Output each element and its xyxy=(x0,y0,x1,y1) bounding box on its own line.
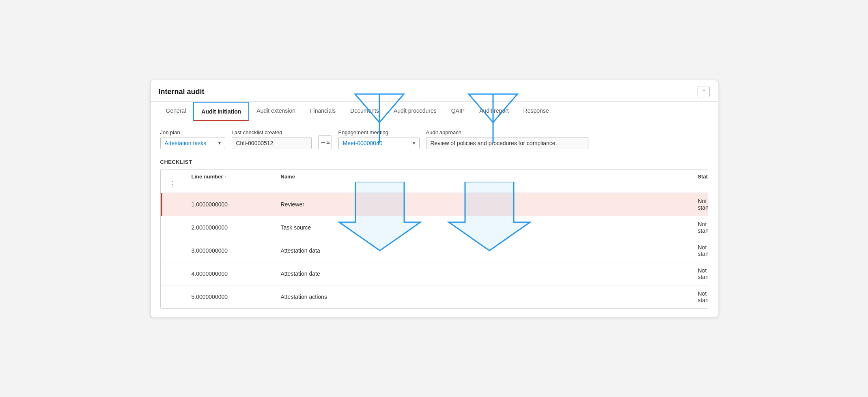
job-plan-select[interactable]: Attestation tasks ▾ xyxy=(160,137,225,149)
cell-line-number: 2.0000000000 xyxy=(185,224,274,231)
job-plan-group: Job plan Attestation tasks ▾ xyxy=(160,129,225,149)
cell-status: Not started xyxy=(691,244,708,257)
cell-status: Not started xyxy=(691,198,708,211)
sort-icon: ↑ xyxy=(225,174,227,179)
table-row[interactable]: 4.0000000000 Attestation date Not starte… xyxy=(161,262,708,285)
link-button-group: →≡ xyxy=(318,135,332,149)
form-row: Job plan Attestation tasks ▾ Last checkl… xyxy=(160,129,708,149)
checklist-header-row: Line number ↑ Name Status ⋮ xyxy=(161,170,708,193)
tab-content: Job plan Attestation tasks ▾ Last checkl… xyxy=(151,121,718,317)
audit-approach-label: Audit approach xyxy=(426,129,588,135)
cell-name: Attestation date xyxy=(274,270,691,277)
cell-status: Not started xyxy=(691,290,708,303)
tab-audit-extension[interactable]: Audit extension xyxy=(249,102,303,121)
more-options-button[interactable]: ⋮ xyxy=(161,180,185,189)
tab-audit-report[interactable]: Audit report xyxy=(472,102,516,121)
engagement-meeting-value: Meet-00000040 xyxy=(343,140,409,146)
table-row[interactable]: 2.0000000000 Task source Not started xyxy=(161,216,708,239)
table-row[interactable]: 1.0000000000 Reviewer Not started xyxy=(161,193,708,216)
window-title: Internal audit xyxy=(159,88,205,96)
cell-name: Task source xyxy=(274,224,691,231)
tab-response[interactable]: Response xyxy=(516,102,556,121)
cell-status: Not started xyxy=(691,221,708,234)
engagement-meeting-group: Engagement meeting Meet-00000040 ▾ xyxy=(338,129,420,149)
tab-audit-procedures[interactable]: Audit procedures xyxy=(386,102,444,121)
cell-status: Not started xyxy=(691,267,708,280)
cell-line-number: 3.0000000000 xyxy=(185,247,274,254)
cell-line-number: 5.0000000000 xyxy=(185,294,274,300)
table-row[interactable]: 5.0000000000 Attestation actions Not sta… xyxy=(161,285,708,308)
chevron-down-icon: ▾ xyxy=(218,140,221,146)
tab-financials[interactable]: Financials xyxy=(303,102,343,121)
checklist-section-title: CHECKLIST xyxy=(160,159,708,165)
last-checklist-group: Last checklist created xyxy=(232,129,312,149)
cell-line-number: 4.0000000000 xyxy=(185,270,274,277)
tab-audit-initiation[interactable]: Audit initiation xyxy=(193,102,249,121)
tab-qaip[interactable]: QAIP xyxy=(444,102,472,121)
cell-name: Reviewer xyxy=(274,201,691,208)
col-header-empty xyxy=(161,174,185,180)
tab-general[interactable]: General xyxy=(159,102,194,121)
engagement-meeting-select[interactable]: Meet-00000040 ▾ xyxy=(338,137,420,149)
job-plan-label: Job plan xyxy=(160,129,225,135)
row-indicator xyxy=(161,193,162,216)
last-checklist-label: Last checklist created xyxy=(232,129,312,135)
last-checklist-input[interactable] xyxy=(232,137,312,149)
cell-name: Attestation data xyxy=(274,247,691,254)
job-plan-value: Attestation tasks xyxy=(165,140,215,146)
table-row[interactable]: 3.0000000000 Attestation data Not starte… xyxy=(161,239,708,262)
cell-name: Attestation actions xyxy=(274,294,691,300)
engagement-meeting-label: Engagement meeting xyxy=(338,129,420,135)
audit-approach-group: Audit approach xyxy=(426,129,588,149)
col-header-line-number[interactable]: Line number ↑ xyxy=(185,174,274,180)
window-header: Internal audit ⌃ xyxy=(151,80,718,102)
main-window: Internal audit ⌃ General Audit initiatio… xyxy=(150,80,718,317)
checklist-section: CHECKLIST Line number ↑ Name xyxy=(160,159,708,309)
engagement-chevron-icon: ▾ xyxy=(413,140,415,146)
col-header-name: Name xyxy=(274,174,691,180)
tab-bar: General Audit initiation Audit extension… xyxy=(151,102,718,121)
cell-line-number: 1.0000000000 xyxy=(185,201,274,208)
col-header-status: Status xyxy=(691,174,708,180)
checklist-table: Line number ↑ Name Status ⋮ 1.000000000 xyxy=(160,169,708,309)
collapse-button[interactable]: ⌃ xyxy=(698,86,710,97)
audit-approach-input[interactable] xyxy=(426,137,588,149)
link-icon-button[interactable]: →≡ xyxy=(318,135,332,149)
tab-documents[interactable]: Documents xyxy=(343,102,386,121)
